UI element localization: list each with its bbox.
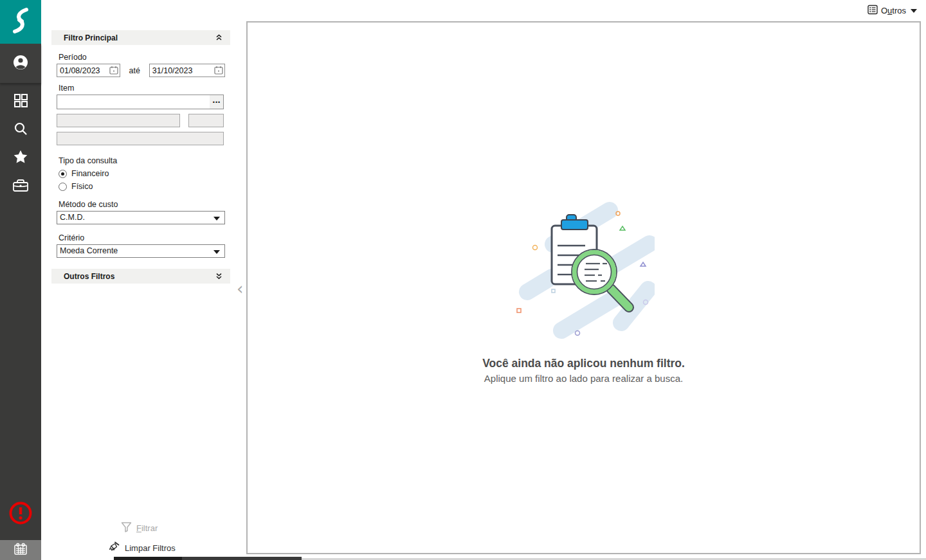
- item-code-field: [188, 114, 224, 127]
- alert-exclamation-icon: [8, 501, 33, 528]
- outros-button[interactable]: Outros: [867, 5, 917, 17]
- criterio-value: Moeda Corrente: [60, 246, 118, 255]
- sidebar-item-modules[interactable]: [13, 94, 28, 109]
- sidebar: [0, 0, 41, 560]
- sankhya-logo-icon: [10, 6, 32, 37]
- list-icon: [867, 5, 878, 17]
- bottom-dark-strip: [182, 557, 302, 560]
- radio-icon: [59, 183, 67, 191]
- chevron-down-icon: [911, 9, 917, 13]
- bottom-dark-strip: [114, 557, 182, 560]
- app-logo[interactable]: [0, 0, 41, 44]
- radio-financeiro[interactable]: Financeiro: [59, 169, 223, 178]
- radio-icon: [59, 170, 67, 178]
- item-input[interactable]: [57, 95, 224, 109]
- item-label: Item: [59, 84, 223, 93]
- filtrar-button[interactable]: Filtrar: [121, 521, 158, 534]
- empty-state-illustration: [513, 333, 655, 344]
- periodo-label: Período: [59, 53, 223, 62]
- ate-label: até: [129, 66, 140, 75]
- empty-state-title: Você ainda não aplicou nenhum filtro.: [378, 357, 790, 370]
- alert-button[interactable]: [8, 501, 33, 527]
- sidebar-item-search[interactable]: [13, 122, 28, 138]
- broom-icon: [109, 541, 120, 555]
- collapse-panel-handle[interactable]: ‹: [237, 280, 243, 297]
- item-extra-field: [57, 132, 224, 145]
- item-field: ...: [57, 95, 224, 109]
- outros-label: Outros: [881, 6, 906, 15]
- radio-fisico[interactable]: Físico: [59, 182, 223, 191]
- briefcase-icon: [12, 177, 29, 195]
- search-icon: [14, 122, 28, 138]
- sidebar-item-user[interactable]: [0, 44, 41, 84]
- empty-state: Você ainda não aplicou nenhum filtro. Ap…: [378, 194, 790, 384]
- chevron-down-icon: [213, 217, 220, 221]
- metodo-custo-value: C.M.D.: [60, 213, 85, 222]
- results-area: Você ainda não aplicou nenhum filtro. Ap…: [246, 21, 921, 554]
- funnel-icon: [121, 521, 132, 534]
- sidebar-item-briefcase[interactable]: [13, 179, 28, 194]
- filtro-principal-header[interactable]: Filtro Principal: [51, 30, 230, 45]
- sidebar-item-favorites[interactable]: [13, 150, 28, 166]
- user-icon: [12, 54, 29, 73]
- calendar-icon: [14, 543, 28, 558]
- filtro-principal-title: Filtro Principal: [64, 33, 118, 42]
- item-detail-row: [57, 114, 225, 127]
- metodo-custo-select[interactable]: C.M.D.: [57, 211, 225, 224]
- star-icon: [13, 149, 28, 167]
- metodo-custo-label: Método de custo: [59, 200, 223, 209]
- periodo-row: até: [57, 64, 225, 77]
- chevron-down-icon: [213, 250, 220, 254]
- outros-filtros-header[interactable]: Outros Filtros: [51, 269, 230, 284]
- limpar-filtros-label: Limpar Filtros: [125, 543, 176, 553]
- calendar-picker-icon[interactable]: [109, 66, 118, 77]
- item-description-field: [57, 114, 180, 127]
- outros-filtros-title: Outros Filtros: [64, 272, 114, 281]
- tipo-consulta-label: Tipo da consulta: [59, 156, 223, 165]
- filtrar-label: Filtrar: [136, 523, 158, 533]
- apps-grid-icon: [14, 93, 28, 110]
- empty-state-subtitle: Aplique um filtro ao lado para realizar …: [378, 373, 790, 384]
- calendar-picker-icon[interactable]: [214, 66, 223, 77]
- sidebar-footer-calendar[interactable]: [0, 540, 41, 560]
- criterio-select[interactable]: Moeda Corrente: [57, 244, 225, 258]
- expand-down-icon: [215, 273, 222, 280]
- collapse-up-icon: [215, 34, 222, 41]
- filter-panel-body: Período até: [51, 45, 230, 258]
- item-lookup-button[interactable]: ...: [210, 95, 223, 109]
- sidebar-nav: [0, 84, 41, 194]
- filter-panel: Filtro Principal Período até: [51, 30, 230, 284]
- criterio-label: Critério: [59, 233, 223, 242]
- limpar-filtros-button[interactable]: Limpar Filtros: [109, 541, 176, 555]
